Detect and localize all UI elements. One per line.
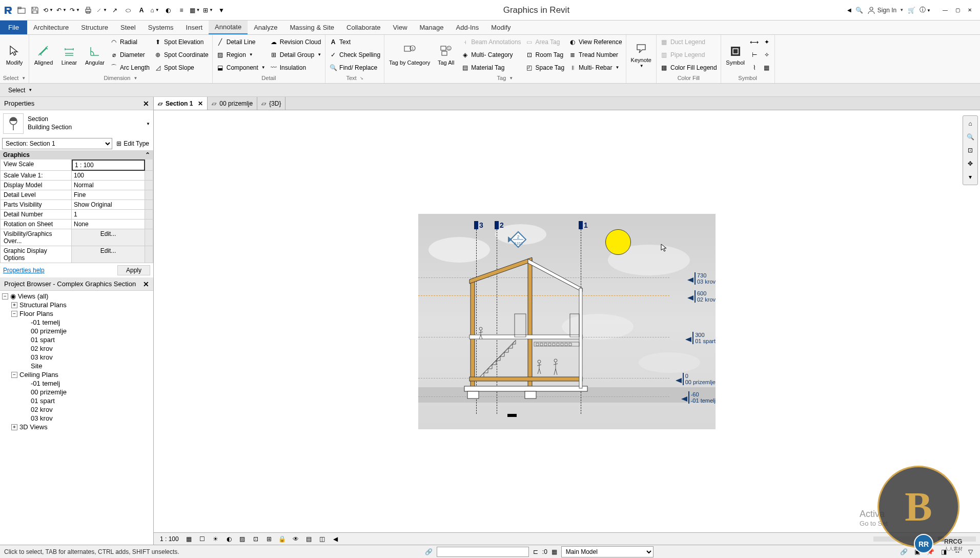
- detail-group-button[interactable]: ⊞Detail Group▼: [268, 49, 323, 61]
- space-tag-button[interactable]: ◰Space Tag: [523, 62, 567, 74]
- menu-view[interactable]: View: [387, 21, 414, 34]
- revision-cloud-button[interactable]: ☁Revision Cloud: [268, 36, 323, 48]
- tag-by-category-button[interactable]: 1Tag by Category: [386, 36, 433, 74]
- viewport[interactable]: 321 2 A102 73003 krov60002 krov30001 spa…: [154, 110, 980, 532]
- vc-visual-style-icon[interactable]: ☐: [197, 534, 208, 544]
- menu-modify[interactable]: Modify: [485, 21, 517, 34]
- options-select-button[interactable]: Select▼: [4, 86, 36, 95]
- minimize-icon[interactable]: —: [939, 4, 951, 16]
- revit-logo-icon[interactable]: [2, 4, 14, 16]
- filter-icon[interactable]: ▽: [966, 547, 976, 557]
- qat-aligned-icon[interactable]: ↗: [109, 4, 121, 16]
- tree-toggle-icon[interactable]: −: [11, 372, 17, 378]
- section-head-callout[interactable]: 2 A102: [508, 229, 526, 248]
- menu-file[interactable]: File: [0, 21, 27, 34]
- tread-number-button[interactable]: ≣Tread Number: [566, 49, 624, 61]
- prop-scroll[interactable]: [145, 200, 153, 210]
- tree-leaf[interactable]: -01 temelj: [0, 318, 153, 327]
- component-button[interactable]: ⬓Component▼: [214, 62, 268, 74]
- qat-section-icon[interactable]: ◐: [162, 4, 174, 16]
- edit-type-button[interactable]: ⊞ Edit Type: [114, 139, 151, 148]
- infocenter-search-icon[interactable]: 🔍: [855, 7, 863, 14]
- duct-legend-button[interactable]: ▦Duct Legend: [658, 36, 719, 48]
- view-scale[interactable]: 1 : 100: [158, 535, 181, 543]
- prop-scroll[interactable]: [145, 220, 153, 229]
- level-marker[interactable]: 60002 krov: [695, 290, 716, 303]
- diameter-button[interactable]: ⌀Diameter: [108, 49, 152, 61]
- spot-elevation-button[interactable]: ⬆Spot Elevation: [152, 36, 211, 48]
- qat-measure-icon[interactable]: ⟋▼: [95, 4, 108, 16]
- tree-toggle-icon[interactable]: +: [11, 302, 17, 308]
- tree-floor-plans[interactable]: −Floor Plans: [0, 309, 153, 318]
- vc-detail-icon[interactable]: ▦: [184, 534, 194, 544]
- prop-scroll[interactable]: [145, 160, 153, 171]
- status-link-icon[interactable]: 🔗: [425, 548, 433, 555]
- vc-reveal-icon[interactable]: ▤: [304, 534, 314, 544]
- prop-category-collapse-icon[interactable]: ⌃: [145, 151, 150, 158]
- tree-leaf[interactable]: 00 prizemlje: [0, 327, 153, 335]
- menu-insert[interactable]: Insert: [180, 21, 209, 34]
- tree-leaf[interactable]: 01 spart: [0, 335, 153, 344]
- symbol-area-button[interactable]: ✦: [761, 36, 773, 48]
- spot-slope-button[interactable]: ◿Spot Slope: [152, 62, 211, 74]
- radial-button[interactable]: ◠Radial: [108, 36, 152, 48]
- text-button[interactable]: AText: [327, 36, 382, 48]
- doc-tab[interactable]: ▱Section 1✕: [154, 97, 208, 110]
- menu-steel[interactable]: Steel: [114, 21, 142, 34]
- tree-toggle-icon[interactable]: −: [2, 293, 8, 300]
- doc-tab[interactable]: ▱{3D}: [257, 97, 285, 110]
- vc-temp-hide-icon[interactable]: 👁: [291, 534, 301, 544]
- app-bar-cart-icon[interactable]: 🛒: [908, 7, 915, 14]
- aligned-button[interactable]: Aligned: [31, 36, 56, 74]
- detail-line-button[interactable]: ╱Detail Line: [214, 36, 268, 48]
- infocenter-back-icon[interactable]: ◀: [847, 7, 851, 13]
- tree-3d-views[interactable]: +3D Views: [0, 423, 153, 431]
- text-dialog-launcher-icon[interactable]: ↘: [360, 76, 363, 81]
- redo-icon[interactable]: ↷▼: [69, 4, 81, 16]
- colorfill-legend-button[interactable]: ▩Color Fill Legend: [658, 62, 719, 74]
- tree-leaf[interactable]: 01 spart: [0, 396, 153, 405]
- prop-scroll[interactable]: [145, 181, 153, 190]
- grid-bubble[interactable]: 3: [474, 221, 478, 229]
- nav-fit-icon[interactable]: ⊡: [965, 145, 976, 156]
- maximize-icon[interactable]: ▢: [951, 4, 964, 16]
- vc-shadow-icon[interactable]: ◐: [224, 534, 234, 544]
- type-dropdown-icon[interactable]: ▼: [146, 122, 150, 126]
- qat-text-icon[interactable]: A: [135, 4, 148, 16]
- doc-tab[interactable]: ▱00 prizemlje: [208, 97, 257, 110]
- tree-leaf[interactable]: Site: [0, 362, 153, 370]
- angular-button[interactable]: Angular: [82, 36, 108, 74]
- tree-leaf[interactable]: 02 krov: [0, 344, 153, 353]
- nav-expand-icon[interactable]: ▾: [965, 171, 976, 183]
- linear-button[interactable]: Linear: [56, 36, 82, 74]
- open-icon[interactable]: [15, 4, 28, 16]
- symbol-rein-button[interactable]: ▦: [761, 62, 773, 74]
- tree-leaf[interactable]: 00 prizemlje: [0, 388, 153, 396]
- level-marker[interactable]: 000 prizemlje: [683, 373, 716, 385]
- menu-analyze[interactable]: Analyze: [248, 21, 283, 34]
- close-icon[interactable]: ✕: [964, 4, 976, 16]
- apply-button[interactable]: Apply: [117, 265, 150, 275]
- qat-tag-icon[interactable]: ⬭: [122, 4, 134, 16]
- room-tag-button[interactable]: ⊡Room Tag: [523, 49, 567, 61]
- save-icon[interactable]: [29, 4, 41, 16]
- tree-leaf[interactable]: 03 krov: [0, 353, 153, 362]
- status-sel-icon[interactable]: ⊏: [533, 548, 538, 555]
- prop-scroll[interactable]: [145, 171, 153, 181]
- prop-edit-button[interactable]: Edit...: [72, 229, 145, 246]
- type-selector[interactable]: Section Building Section ▼: [0, 110, 153, 137]
- properties-close-icon[interactable]: ✕: [143, 99, 149, 108]
- prop-value[interactable]: 1 : 100: [72, 160, 145, 171]
- tree-leaf[interactable]: 02 krov: [0, 405, 153, 414]
- beam-annotations-button[interactable]: ⫞Beam Annotations: [459, 36, 523, 48]
- prop-edit-button[interactable]: Edit...: [72, 246, 145, 263]
- prop-value[interactable]: None: [72, 220, 145, 229]
- level-marker[interactable]: 73003 krov: [695, 272, 716, 285]
- nav-home-icon[interactable]: ⌂: [965, 118, 976, 129]
- tree-leaf[interactable]: -01 temelj: [0, 379, 153, 388]
- menu-structure[interactable]: Structure: [75, 21, 114, 34]
- select-links-icon[interactable]: 🔗: [899, 547, 909, 557]
- instance-select[interactable]: Section: Section 1: [2, 138, 112, 149]
- view-reference-button[interactable]: ◐View Reference: [566, 36, 624, 48]
- check-spelling-button[interactable]: ✓Check Spelling: [327, 49, 382, 61]
